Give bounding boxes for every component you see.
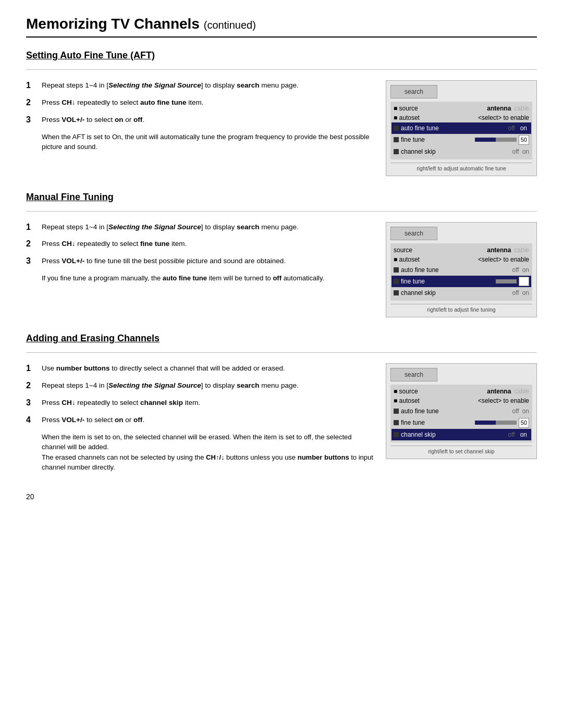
step-aft-note: When the AFT is set to On, the unit will… xyxy=(42,132,373,152)
autoset-row-adding: ■ autoset <select> to enable xyxy=(394,396,529,405)
page-number: 20 xyxy=(26,492,537,501)
square-icon-skip-aft xyxy=(394,149,399,154)
step-adding-4: 4 Press VOL+/- to select on or off. xyxy=(26,415,373,426)
section-divider-3 xyxy=(26,352,537,353)
source-row-manual: source antenna cable xyxy=(394,245,529,255)
source-row-adding: ■ source antenna cable xyxy=(394,387,529,396)
section-aft-text: 1 Repeat steps 1~4 in [Selecting the Sig… xyxy=(26,80,373,156)
square-icon-aft xyxy=(394,126,399,131)
section-adding-text: 1 Use number buttons to directly select … xyxy=(26,363,373,477)
step-adding-2: 2 Repeat steps 1~4 in [Selecting the Sig… xyxy=(26,380,373,391)
square-icon-fine-manual xyxy=(394,279,399,284)
section-manual: Manual Fine Tuning 1 Repeat steps 1~4 in… xyxy=(26,192,537,318)
step-aft-3: 3 Press VOL+/- to select on or off. xyxy=(26,115,373,126)
square-icon-skip-adding xyxy=(394,432,399,437)
fine-tune-bar-adding xyxy=(475,421,517,425)
tv-menu-footer-adding: right/left to set channel skip xyxy=(390,446,532,454)
fine-tune-row-aft: fine tune 50 xyxy=(394,134,529,146)
channel-skip-row-aft: channel skip off on xyxy=(394,146,529,157)
fine-tune-bar-manual xyxy=(475,279,517,283)
section-aft-body: 1 Repeat steps 1~4 in [Selecting the Sig… xyxy=(26,80,537,176)
step-manual-3: 3 Press VOL+/- to fine tune till the bes… xyxy=(26,256,373,267)
section-manual-body: 1 Repeat steps 1~4 in [Selecting the Sig… xyxy=(26,222,537,318)
step-adding-3: 3 Press CH↓ repeatedly to select channel… xyxy=(26,398,373,409)
tv-menu-aft: search ■ source antenna cable ■ autoset … xyxy=(386,80,537,176)
fine-tune-bar-aft xyxy=(475,138,517,142)
tv-menu-footer-aft: right/left to adjust automatic fine tune xyxy=(390,163,532,171)
tv-menu-manual: search source antenna cable ■ autoset <s… xyxy=(386,222,537,318)
section-divider-2 xyxy=(26,211,537,212)
square-icon-skip-manual xyxy=(394,290,399,295)
tv-menu-footer-manual: right/left to adjust fine tuning xyxy=(390,304,532,313)
channel-skip-row-adding: channel skip off on xyxy=(391,429,531,440)
section-divider xyxy=(26,69,537,70)
section-aft: Setting Auto Fine Tune (AFT) 1 Repeat st… xyxy=(26,50,537,176)
channel-skip-row-manual: channel skip off on xyxy=(394,287,529,299)
step-aft-2: 2 Press CH↓ repeatedly to select auto fi… xyxy=(26,97,373,108)
page-title: Memorizing TV Channels (continued) xyxy=(26,16,537,38)
search-box-aft: search xyxy=(390,85,437,98)
section-manual-heading: Manual Fine Tuning xyxy=(26,192,537,203)
auto-fine-tune-row-adding: auto fine tune off on xyxy=(394,405,529,417)
section-adding-heading: Adding and Erasing Channels xyxy=(26,333,537,344)
section-adding-body: 1 Use number buttons to directly select … xyxy=(26,363,537,477)
fine-tune-row-manual: fine tune 50 xyxy=(391,276,531,288)
step-aft-1: 1 Repeat steps 1~4 in [Selecting the Sig… xyxy=(26,80,373,91)
square-icon-aft-adding xyxy=(394,409,399,414)
step-adding-note: When the item is set to on, the selected… xyxy=(42,432,373,473)
tv-menu-rows-aft: ■ source antenna cable ■ autoset <select… xyxy=(390,102,532,159)
section-adding: Adding and Erasing Channels 1 Use number… xyxy=(26,333,537,477)
auto-fine-tune-row-manual: auto fine tune off on xyxy=(394,264,529,276)
square-icon-aft-manual xyxy=(394,267,399,273)
auto-fine-tune-row-aft: auto fine tune off on xyxy=(391,122,531,134)
autoset-row-aft: ■ autoset <select> to enable xyxy=(394,113,529,122)
source-row-aft: ■ source antenna cable xyxy=(394,104,529,113)
step-manual-1: 1 Repeat steps 1~4 in [Selecting the Sig… xyxy=(26,222,373,233)
square-icon-fine-adding xyxy=(394,420,399,425)
section-aft-heading: Setting Auto Fine Tune (AFT) xyxy=(26,50,537,61)
tv-menu-adding: search ■ source antenna cable ■ autoset … xyxy=(386,363,537,459)
search-box-manual: search xyxy=(390,227,437,240)
step-manual-2: 2 Press CH↓ repeatedly to select fine tu… xyxy=(26,239,373,250)
tv-menu-rows-adding: ■ source antenna cable ■ autoset <select… xyxy=(390,385,532,442)
fine-tune-row-adding: fine tune 50 xyxy=(394,417,529,429)
step-manual-note: If you fine tune a program manually, the… xyxy=(42,273,373,283)
step-adding-1: 1 Use number buttons to directly select … xyxy=(26,363,373,374)
autoset-row-manual: ■ autoset <select> to enable xyxy=(394,255,529,264)
square-icon-fine-aft xyxy=(394,137,399,142)
section-manual-text: 1 Repeat steps 1~4 in [Selecting the Sig… xyxy=(26,222,373,288)
search-box-adding: search xyxy=(390,368,437,381)
tv-menu-rows-manual: source antenna cable ■ autoset <select> … xyxy=(390,243,532,301)
